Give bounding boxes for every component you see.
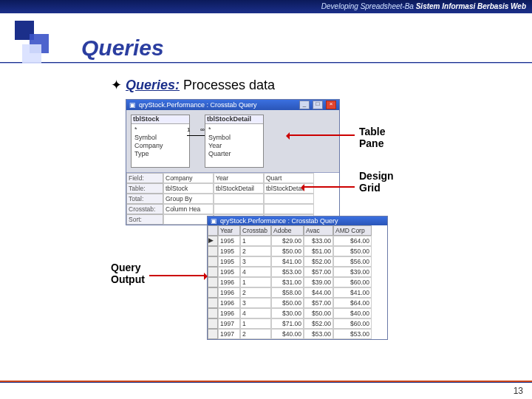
datasheet-cell: $40.00 xyxy=(271,329,304,339)
datasheet-cell: $52.00 xyxy=(304,256,333,267)
datasheet-cell: 1996 xyxy=(218,298,240,308)
datasheet-cell: 1996 xyxy=(218,277,240,287)
datasheet-cell: $44.00 xyxy=(304,287,333,298)
grid-cell[interactable] xyxy=(264,204,314,214)
datasheet-cell: $53.00 xyxy=(333,329,372,339)
datasheet-cell: 2 xyxy=(240,287,271,298)
subtitle: ✦ Queries: Processes data xyxy=(111,77,532,93)
datasheet-cell: 1 xyxy=(240,236,271,246)
datasheet-cell: $64.00 xyxy=(333,236,372,246)
datasheet-cell: $57.00 xyxy=(304,267,333,277)
datasheet-cell: $64.00 xyxy=(333,298,372,308)
table-field: * xyxy=(208,126,260,134)
datasheet-cell: 1996 xyxy=(218,287,240,298)
label-design-grid: Design Grid xyxy=(359,170,394,194)
row-selector[interactable] xyxy=(208,318,218,329)
grid-cell[interactable] xyxy=(214,204,264,214)
datasheet-cell: 1995 xyxy=(218,267,240,277)
datasheet-cell: $53.00 xyxy=(271,267,304,277)
datasheet-cell: 1 xyxy=(240,277,271,287)
grid-row-header: Sort: xyxy=(126,214,163,225)
grid-cell[interactable]: Group By xyxy=(163,194,214,204)
grid-cell[interactable]: Year xyxy=(214,173,264,183)
grid-cell[interactable]: Column Hea xyxy=(163,204,214,214)
grid-cell[interactable]: tblStockDetail xyxy=(264,183,314,194)
row-selector[interactable] xyxy=(208,287,218,298)
row-selector[interactable] xyxy=(208,246,218,256)
datasheet-cell: $60.00 xyxy=(333,277,372,287)
datasheet-cell: $40.00 xyxy=(333,308,372,318)
maximize-button[interactable]: □ xyxy=(313,100,323,109)
close-button[interactable]: × xyxy=(326,100,336,109)
window-icon: ▣ xyxy=(129,101,136,109)
grid-row-header: Crosstab: xyxy=(126,204,163,214)
table-field: * xyxy=(134,126,186,134)
table-field: Type xyxy=(134,150,186,158)
datasheet-cell: $57.00 xyxy=(304,298,333,308)
header-bar: Developing Spreadsheet-Ba Sistem Informa… xyxy=(0,0,532,13)
datasheet-col-header: Adobe xyxy=(271,225,304,236)
label-query-output: Query Output xyxy=(111,262,145,285)
design-window-title: qryStock.Performance : Crosstab Query xyxy=(139,101,257,109)
grid-cell[interactable] xyxy=(163,214,214,225)
minimize-button[interactable]: _ xyxy=(299,100,310,109)
row-selector[interactable] xyxy=(208,256,218,267)
row-selector[interactable] xyxy=(208,298,218,308)
datasheet-cell: $50.00 xyxy=(271,298,304,308)
datasheet-cell: $41.00 xyxy=(333,287,372,298)
datasheet-col-header: Avac xyxy=(304,225,333,236)
header-left: Developing Spreadsheet-Ba xyxy=(321,2,414,10)
output-datasheet: YearCrosstabAdobeAvacAMD Corp▶19951$29.0… xyxy=(208,225,387,339)
table-box-left: tblStock * Symbol Company Type xyxy=(131,115,190,168)
datasheet-cell: $39.00 xyxy=(304,277,333,287)
grid-cell[interactable] xyxy=(264,194,314,204)
output-window-title: qryStock.Performance : Crosstab Query xyxy=(220,217,338,225)
datasheet-col-header: Crosstab xyxy=(240,225,271,236)
grid-row-header: Total: xyxy=(126,194,163,204)
datasheet-cell: $56.00 xyxy=(333,256,372,267)
datasheet-cell: $39.00 xyxy=(333,267,372,277)
relationship-card-right: ∞ xyxy=(200,126,205,133)
title-rule xyxy=(0,62,532,64)
design-window: ▣ qryStock.Performance : Crosstab Query … xyxy=(126,99,340,225)
subtitle-rest: Processes data xyxy=(180,78,275,92)
datasheet-cell: $33.00 xyxy=(304,236,333,246)
grid-row-header: Table: xyxy=(126,183,163,194)
design-window-titlebar: ▣ qryStock.Performance : Crosstab Query … xyxy=(126,100,339,110)
datasheet-col-header: Year xyxy=(218,225,240,236)
datasheet-cell: 4 xyxy=(240,267,271,277)
arrow-table-pane xyxy=(288,134,355,136)
table-box-right: tblStockDetail * Symbol Year Quarter xyxy=(205,115,264,168)
arrow-query-output xyxy=(149,275,205,276)
datasheet-cell: 4 xyxy=(240,308,271,318)
table-field: Quarter xyxy=(208,150,260,158)
grid-cell[interactable]: Company xyxy=(163,173,214,183)
datasheet-cell: $58.00 xyxy=(271,287,304,298)
datasheet-cell: $51.00 xyxy=(304,246,333,256)
grid-cell[interactable]: Quart xyxy=(264,173,314,183)
row-selector[interactable] xyxy=(208,329,218,339)
grid-cell[interactable]: tblStockDetail xyxy=(214,183,264,194)
datasheet-col-header xyxy=(208,225,218,236)
datasheet-cell: $29.00 xyxy=(271,236,304,246)
datasheet-cell: 3 xyxy=(240,256,271,267)
grid-cell[interactable]: tblStock xyxy=(163,183,214,194)
datasheet-cell: $52.00 xyxy=(304,318,333,329)
grid-row-header: Field: xyxy=(126,173,163,183)
datasheet-cell: $30.00 xyxy=(271,308,304,318)
datasheet-cell: 1995 xyxy=(218,236,240,246)
datasheet-cell: 2 xyxy=(240,329,271,339)
grid-cell[interactable] xyxy=(214,194,264,204)
arrow-design-grid xyxy=(303,186,355,188)
label-table-pane: Table Pane xyxy=(359,126,386,149)
datasheet-cell: 3 xyxy=(240,298,271,308)
row-selector[interactable]: ▶ xyxy=(208,236,218,246)
table-box-left-name: tblStock xyxy=(132,115,189,124)
footer-rule xyxy=(0,381,532,383)
row-selector[interactable] xyxy=(208,308,218,318)
header-right: Sistem Informasi Berbasis Web xyxy=(416,2,526,10)
table-field: Year xyxy=(208,142,260,150)
datasheet-cell: $50.00 xyxy=(304,308,333,318)
datasheet-cell: 1995 xyxy=(218,256,240,267)
datasheet-cell: 1996 xyxy=(218,308,240,318)
